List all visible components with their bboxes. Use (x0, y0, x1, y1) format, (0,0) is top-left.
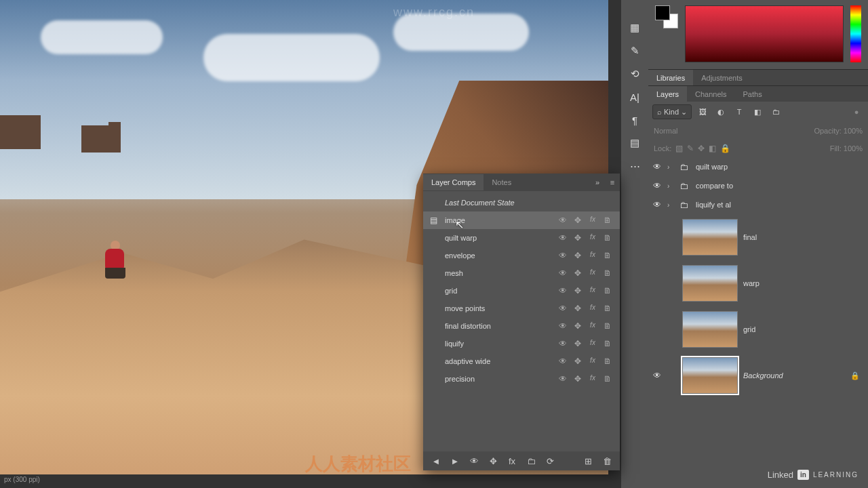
comp-appearance-icon[interactable]: fx (587, 339, 598, 348)
layer-comp-row[interactable]: grid 👁✥fx🗎 (423, 282, 620, 300)
comp-position-icon[interactable]: ✥ (572, 304, 583, 313)
panel-icon[interactable]: ▦ (621, 16, 648, 39)
foreground-swatch[interactable] (655, 5, 670, 20)
panel-icon[interactable]: ¶ (621, 108, 648, 131)
comp-appearance-icon[interactable]: fx (587, 216, 598, 225)
layer-comp-row[interactable]: liquify 👁✥fx🗎 (423, 335, 620, 352)
layer-comp-row[interactable]: envelope 👁✥fx🗎 (423, 247, 620, 264)
lock-all-icon[interactable]: 🔒 (720, 144, 730, 153)
comp-visibility-icon[interactable]: 👁 (557, 339, 568, 348)
layer-name[interactable]: grid (743, 325, 755, 333)
visibility-icon[interactable]: 👁 (652, 162, 662, 171)
comp-position-icon[interactable]: ✥ (572, 374, 583, 384)
comp-appearance-icon[interactable]: fx (587, 268, 598, 278)
comp-doc-icon[interactable]: 🗎 (602, 251, 613, 260)
panel-icon[interactable]: ▤ (621, 131, 648, 155)
filter-type-icon[interactable]: T (732, 104, 747, 119)
layer-name[interactable]: Background (743, 371, 783, 380)
comp-appearance-icon[interactable]: fx (587, 233, 598, 243)
tab-channels[interactable]: Channels (687, 86, 734, 102)
layer-comp-row[interactable]: mesh 👁✥fx🗎 (423, 264, 620, 282)
next-comp-button[interactable]: ► (449, 456, 461, 466)
visibility-icon[interactable]: 👁 (652, 371, 662, 380)
comp-appearance-icon[interactable]: fx (587, 374, 598, 384)
layer-row[interactable]: 👁 warp (648, 260, 868, 306)
comp-label[interactable]: quilt warp (445, 234, 552, 242)
opacity-value[interactable]: 100% (844, 127, 863, 135)
comp-visibility-icon[interactable]: 👁 (557, 321, 568, 331)
comp-label[interactable]: liquify (445, 340, 552, 348)
update-appearance-button[interactable]: fx (506, 456, 518, 466)
lock-pos-icon[interactable]: ✥ (698, 144, 705, 153)
delete-comp-button[interactable]: 🗑 (601, 456, 613, 466)
visibility-icon[interactable]: 👁 (652, 181, 662, 190)
layer-row[interactable]: 👁 final (648, 214, 868, 260)
layer-name[interactable]: warp (743, 279, 760, 287)
fill-value[interactable]: 100% (844, 144, 863, 152)
layer-row[interactable]: 👁 grid (648, 306, 868, 352)
panel-icon[interactable]: A| (621, 85, 648, 108)
comp-label[interactable]: envelope (445, 251, 552, 260)
collapse-icon[interactable]: » (590, 178, 605, 186)
foreground-background-swatches[interactable] (655, 5, 678, 28)
prev-comp-button[interactable]: ◄ (430, 456, 442, 466)
comp-label[interactable]: move points (445, 304, 552, 312)
comp-appearance-icon[interactable]: fx (587, 321, 598, 331)
comp-doc-icon[interactable]: 🗎 (602, 357, 613, 366)
comp-label[interactable]: precision (445, 375, 552, 383)
comp-label[interactable]: grid (445, 287, 552, 295)
layer-name[interactable]: compare to (696, 182, 733, 190)
comp-doc-icon[interactable]: 🗎 (602, 286, 613, 296)
tab-notes[interactable]: Notes (484, 174, 519, 190)
layer-comp-row[interactable]: adaptive wide 👁✥fx🗎 (423, 352, 620, 370)
comp-visibility-icon[interactable]: 👁 (557, 268, 568, 278)
refresh-comp-button[interactable]: ⟳ (544, 456, 556, 466)
filter-adjust-icon[interactable]: ◐ (713, 104, 728, 119)
comp-doc-icon[interactable]: 🗎 (602, 216, 613, 225)
lock-paint-icon[interactable]: ✎ (687, 144, 694, 153)
comp-label[interactable]: mesh (445, 269, 552, 277)
tab-libraries[interactable]: Libraries (648, 70, 693, 86)
tab-adjustments[interactable]: Adjustments (693, 70, 751, 86)
layer-comp-row[interactable]: precision 👁✥fx🗎 (423, 370, 620, 388)
layer-comps-header[interactable]: Layer Comps Notes » ≡ (423, 174, 620, 191)
layer-comp-row[interactable]: move points 👁✥fx🗎 (423, 300, 620, 317)
update-visibility-button[interactable]: 👁 (468, 456, 480, 466)
filter-toggle[interactable]: ● (849, 104, 864, 119)
chevron-right-icon[interactable]: › (667, 182, 674, 190)
layer-group-row[interactable]: 👁 › 🗀 quilt warp (648, 157, 868, 176)
comp-label[interactable]: final distortion (445, 322, 552, 330)
comp-doc-icon[interactable]: 🗎 (602, 304, 613, 313)
comp-position-icon[interactable]: ✥ (572, 339, 583, 348)
filter-shape-icon[interactable]: ◧ (750, 104, 765, 119)
panel-icon[interactable]: ⟲ (621, 62, 648, 85)
comp-visibility-icon[interactable]: 👁 (557, 233, 568, 243)
layer-comp-row[interactable]: quilt warp 👁✥fx🗎 (423, 229, 620, 247)
layer-comp-row[interactable]: final distortion 👁✥fx🗎 (423, 317, 620, 335)
comp-position-icon[interactable]: ✥ (572, 321, 583, 331)
panel-menu-icon[interactable]: ≡ (605, 178, 620, 186)
comp-appearance-icon[interactable]: fx (587, 251, 598, 260)
tab-layer-comps[interactable]: Layer Comps (423, 174, 484, 190)
comp-label[interactable]: adaptive wide (445, 357, 552, 365)
comp-appearance-icon[interactable]: fx (587, 304, 598, 313)
comp-visibility-icon[interactable]: 👁 (557, 304, 568, 313)
layer-name[interactable]: quilt warp (696, 163, 728, 171)
apply-comp-icon[interactable]: ▤ (430, 216, 439, 225)
comp-appearance-icon[interactable]: fx (587, 357, 598, 366)
comp-position-icon[interactable]: ✥ (572, 216, 583, 225)
layer-comp-row[interactable]: ▤ image 👁 ✥ fx 🗎 (423, 211, 620, 229)
comp-doc-icon[interactable]: 🗎 (602, 268, 613, 278)
update-comp-button[interactable]: 🗀 (525, 456, 537, 466)
layer-name[interactable]: liquify et al (696, 201, 731, 209)
comp-position-icon[interactable]: ✥ (572, 286, 583, 296)
comp-doc-icon[interactable]: 🗎 (602, 321, 613, 331)
comp-appearance-icon[interactable]: fx (587, 286, 598, 296)
last-document-state-row[interactable]: Last Document State (423, 194, 620, 211)
blend-mode-select[interactable]: Normal (654, 127, 677, 135)
visibility-icon[interactable]: 👁 (652, 200, 662, 209)
chevron-right-icon[interactable]: › (667, 163, 674, 171)
comp-visibility-icon[interactable]: 👁 (557, 286, 568, 296)
tab-paths[interactable]: Paths (735, 86, 770, 102)
comp-position-icon[interactable]: ✥ (572, 357, 583, 366)
